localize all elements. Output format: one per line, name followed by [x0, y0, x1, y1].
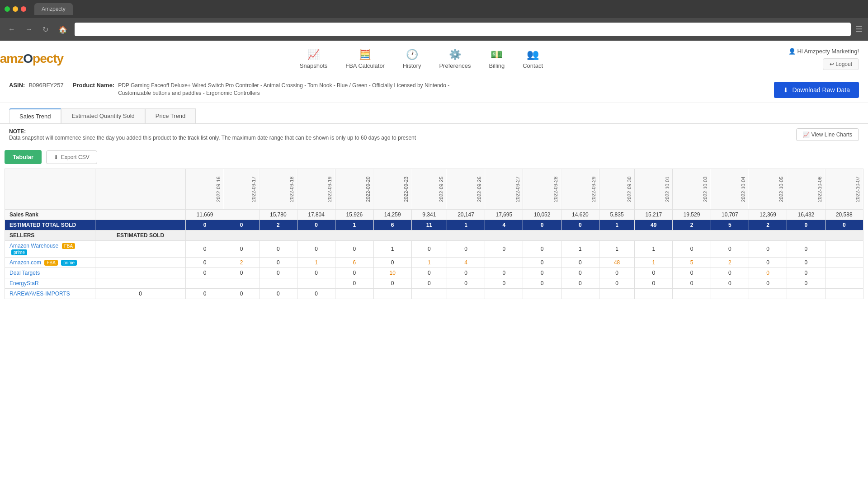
browser-menu-icon[interactable]: ☰	[855, 24, 863, 34]
seller-4-est-9	[485, 289, 523, 299]
seller-4-est-13	[635, 289, 673, 299]
seller-0-est-16: 0	[749, 241, 787, 258]
browser-toolbar: ← → ↻ 🏠 ☰	[0, 18, 868, 41]
col-header-date-14: 2022-10-04	[711, 169, 749, 210]
nav-label-history: History	[403, 62, 421, 69]
seller-2-est-2: 0	[224, 268, 259, 278]
asin-value: B096BFY257	[28, 82, 63, 89]
seller-1-est-2: 2	[224, 258, 259, 268]
seller-0-est-18	[825, 241, 863, 258]
sales-rank-row: Sales Rank 11,669 15,780 17,804 15,926 1…	[5, 210, 863, 220]
browser-tab[interactable]: Amzpecty	[34, 3, 73, 15]
seller-4-est-10	[523, 289, 561, 299]
tab-estimated-quantity-sold[interactable]: Estimated Quantity Sold	[61, 108, 145, 123]
estimated-sold-col-header: ESTIMATED SOLD	[95, 230, 186, 241]
seller-4-est-6	[373, 289, 411, 299]
sales-rank-empty	[95, 210, 186, 220]
col-header-date-9: 2022-09-28	[523, 169, 561, 210]
sales-rank-3: 17,804	[297, 210, 335, 220]
nav-item-history[interactable]: 🕐 History	[403, 49, 421, 69]
seller-2-est-4: 0	[297, 268, 335, 278]
nav-item-contact[interactable]: 👥 Contact	[523, 49, 543, 69]
seller-3-est-8: 0	[447, 278, 485, 289]
home-button[interactable]: 🏠	[56, 23, 70, 36]
col-header-date-17: 2022-10-07	[825, 169, 863, 210]
estimated-total-16: 0	[787, 220, 825, 230]
estimated-total-5: 6	[373, 220, 411, 230]
estimated-total-0: 0	[186, 220, 224, 230]
export-csv-button[interactable]: ⬇ Export CSV	[46, 150, 97, 164]
browser-titlebar: Amzpecty	[0, 0, 868, 18]
seller-0-est-14: 0	[673, 241, 711, 258]
seller-0-est-6: 1	[373, 241, 411, 258]
seller-2-est-12: 0	[599, 268, 635, 278]
user-greeting: 👤 Hi Amzpecty Marketing!	[788, 48, 859, 55]
seller-2-est-8: 0	[447, 268, 485, 278]
seller-3-est-13: 0	[635, 278, 673, 289]
logout-button[interactable]: ↩ Logout	[823, 58, 859, 70]
col-header-date-16: 2022-10-06	[787, 169, 825, 210]
seller-3-est-6: 0	[373, 278, 411, 289]
nav-item-billing[interactable]: 💵 Billing	[489, 49, 505, 69]
estimated-total-13: 2	[673, 220, 711, 230]
nav-label-contact: Contact	[523, 62, 543, 69]
seller-name-rarewaves: RAREWAVES-IMPORTS	[5, 289, 95, 299]
seller-1-est-13: 1	[635, 258, 673, 268]
seller-0-est-11: 1	[561, 241, 599, 258]
seller-1-est-18	[825, 258, 863, 268]
seller-row-amazon-com: Amazon.com FBA prime 0 2 0 1 6 0 1 4	[5, 258, 863, 268]
seller-4-est-2: 0	[224, 289, 259, 299]
sales-rank-16: 16,432	[787, 210, 825, 220]
product-name-area: Product Name: PDP Gaming Faceoff Deluxe+…	[73, 82, 480, 97]
estimated-total-6: 11	[411, 220, 447, 230]
asin-label: ASIN:	[9, 82, 25, 89]
seller-3-est-5: 0	[335, 278, 373, 289]
col-header-date-15: 2022-10-05	[749, 169, 787, 210]
seller-1-est-11: 0	[561, 258, 599, 268]
back-button[interactable]: ←	[5, 23, 18, 35]
sales-rank-17: 20,588	[825, 210, 863, 220]
tab-sales-trend[interactable]: Sales Trend	[9, 108, 61, 123]
address-bar[interactable]	[75, 23, 851, 36]
seller-0-est-9: 0	[485, 241, 523, 258]
seller-4-est-15	[711, 289, 749, 299]
seller-2-est-9: 0	[485, 268, 523, 278]
seller-0-est-12: 1	[599, 241, 635, 258]
seller-0-est-2: 0	[224, 241, 259, 258]
nav-item-fba-calculator[interactable]: 🧮 FBA Calculator	[345, 49, 385, 69]
seller-4-est-18	[825, 289, 863, 299]
seller-2-est-10: 0	[523, 268, 561, 278]
asin-area: ASIN: B096BFY257	[9, 82, 64, 89]
reload-button[interactable]: ↻	[40, 23, 51, 36]
seller-1-est-16: 0	[749, 258, 787, 268]
history-icon: 🕐	[406, 49, 418, 61]
seller-row-energystar: EnergyStaR 0 0 0 0 0 0 0 0	[5, 278, 863, 289]
download-raw-data-button[interactable]: ⬇ Download Raw Data	[774, 82, 859, 98]
view-line-charts-button[interactable]: 📈 View Line Charts	[796, 128, 859, 141]
estimated-total-15: 2	[749, 220, 787, 230]
seller-0-est-17: 0	[787, 241, 825, 258]
badge-fba-amazon-com: FBA	[44, 260, 57, 266]
forward-button[interactable]: →	[23, 23, 35, 35]
tab-price-trend[interactable]: Price Trend	[145, 108, 196, 123]
seller-3-est-9: 0	[485, 278, 523, 289]
nav-item-snapshots[interactable]: 📈 Snapshots	[300, 49, 327, 69]
nav-item-preferences[interactable]: ⚙️ Preferences	[439, 49, 471, 69]
tabular-badge: Tabular	[5, 150, 42, 164]
seller-0-est-10: 0	[523, 241, 561, 258]
data-table-wrapper: 2022-09-16 2022-09-17 2022-09-18 2022-09…	[5, 169, 863, 299]
badge-fba-amazon-warehouse: FBA	[62, 243, 75, 249]
badge-prime-amazon-warehouse: prime	[11, 249, 27, 255]
seller-4-est-4: 0	[297, 289, 335, 299]
traffic-lights	[5, 6, 26, 12]
seller-2-est-17: 0	[787, 268, 825, 278]
seller-2-est-0	[95, 268, 186, 278]
seller-2-est-15: 0	[711, 268, 749, 278]
seller-1-est-5: 6	[335, 258, 373, 268]
seller-0-est-7: 0	[411, 241, 447, 258]
seller-3-est-0	[95, 278, 186, 289]
estimated-total-12: 49	[635, 220, 673, 230]
data-table: 2022-09-16 2022-09-17 2022-09-18 2022-09…	[5, 169, 863, 299]
header: amzOpecty 📈 Snapshots 🧮 FBA Calculator 🕐…	[0, 41, 868, 77]
table-header-row: 2022-09-16 2022-09-17 2022-09-18 2022-09…	[5, 169, 863, 210]
